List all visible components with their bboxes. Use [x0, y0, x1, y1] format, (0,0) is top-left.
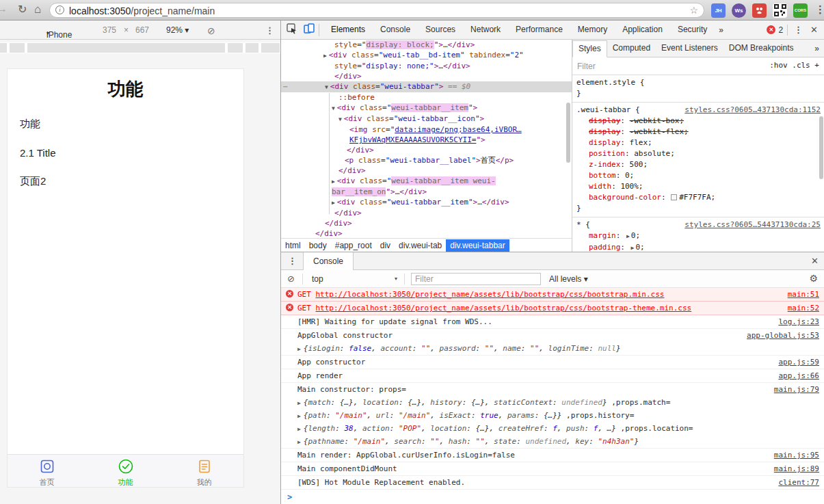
css-property[interactable]: width: 100%; — [576, 181, 821, 192]
context-select[interactable]: top — [312, 274, 323, 284]
tabbar-item-功能[interactable]: 功能 — [86, 455, 165, 487]
expand-caret-icon[interactable]: ▶ — [297, 413, 301, 419]
object-preview[interactable]: ▶{path: "/main", url: "/main", isExact: … — [281, 409, 824, 422]
page-link[interactable]: 功能 — [20, 118, 243, 131]
css-property[interactable]: bottom: 0; — [576, 170, 821, 181]
css-property[interactable]: margin: ▶0; — [576, 230, 821, 242]
device-width-field[interactable]: 375 — [103, 25, 116, 35]
device-height-field[interactable]: 667 — [135, 25, 149, 35]
elements-tree-row[interactable]: </div> — [281, 71, 572, 81]
resource-link[interactable]: data:image/png;base64,iVBOR… — [395, 125, 521, 134]
elements-tree-row[interactable]: ▶<div class="weui-tabbar__item">…</div> — [281, 197, 572, 208]
css-property[interactable]: z-index: 500; — [576, 159, 821, 170]
elements-tree-row[interactable]: <p class="weui-tabbar__label">首页</p> — [281, 155, 572, 165]
source-location-link[interactable]: log.js:23 — [778, 317, 819, 327]
css-property[interactable]: position: absolute; — [576, 148, 821, 159]
css-property[interactable]: padding: ▶0; — [576, 242, 821, 252]
url-text[interactable]: localhost:3050/project_name/main — [69, 5, 215, 16]
breadcrumb-item[interactable]: div.weui-tab — [395, 239, 446, 252]
tabbar-item-我的[interactable]: 我的 — [165, 455, 243, 487]
css-property[interactable]: display: -webkit-box; — [576, 116, 821, 127]
qr-extension-icon[interactable] — [773, 3, 787, 18]
object-preview[interactable]: ▶{length: 38, action: "POP", location: {… — [281, 422, 824, 435]
breadcrumb-item[interactable]: html — [281, 239, 305, 252]
expand-arrow-icon[interactable]: ▶ — [631, 245, 635, 251]
forward-icon[interactable]: → — [0, 3, 8, 15]
elements-tree-row[interactable]: style="display: none;">…</div> — [281, 61, 572, 71]
console-message[interactable]: App renderapp.js:66 — [281, 369, 824, 383]
console-url-link[interactable]: http://localhost:3050/project_name/asset… — [316, 304, 692, 313]
css-rule[interactable]: styles.css?0605…437130cda:1152.weui-tabb… — [572, 103, 824, 217]
paw-extension-icon[interactable] — [752, 3, 767, 18]
css-property[interactable]: background-color: #F7F7FA; — [576, 192, 821, 203]
tab-network[interactable]: Network — [463, 21, 508, 39]
more-tabs-icon[interactable]: » — [715, 25, 728, 35]
source-location-link[interactable]: main.js:89 — [774, 464, 819, 474]
console-settings-gear-icon[interactable]: ⚙ — [809, 273, 818, 284]
stylesheet-link[interactable]: styles.css?0605…54437130cda:25 — [685, 220, 821, 230]
elements-tree-row[interactable]: </div> — [281, 218, 572, 228]
browser-menu-icon[interactable]: ⋮ — [815, 3, 824, 16]
toggle-device-toolbar-icon[interactable] — [304, 23, 315, 36]
console-prompt[interactable]: > — [281, 490, 824, 504]
object-preview[interactable]: ▶{isLogin: false, account: "", password:… — [281, 342, 824, 355]
styles-filter-input[interactable]: Filter — [577, 62, 596, 71]
breadcrumb-item[interactable]: div.weui-tabbar — [446, 239, 509, 252]
breadcrumb-item[interactable]: div — [376, 239, 395, 252]
console-message[interactable]: ✕GET http://localhost:3050/project_name/… — [281, 288, 824, 302]
jh-extension-icon[interactable]: JH — [711, 3, 726, 18]
elements-tree-row[interactable]: </div> — [281, 208, 572, 218]
address-bar[interactable]: i localhost:3050/project_name/main ☆ — [49, 3, 704, 18]
console-message[interactable]: App constructorapp.js:59 — [281, 356, 824, 369]
zoom-select[interactable]: 92% ▾ — [166, 25, 189, 35]
cors-extension-icon[interactable]: CORS — [793, 3, 808, 18]
reload-icon[interactable]: ↻ — [18, 3, 27, 16]
source-location-link[interactable]: app.js:66 — [778, 371, 819, 381]
css-rule[interactable]: element.style {} — [572, 75, 824, 103]
css-property[interactable]: display: -webkit-flex; — [576, 127, 821, 137]
source-location-link[interactable]: client:77 — [778, 477, 819, 488]
styles-scrollbar[interactable] — [819, 116, 823, 179]
tab-application[interactable]: Application — [615, 21, 670, 39]
drawer-menu-icon[interactable]: ⋮ — [288, 256, 297, 266]
home-icon[interactable]: ⌂ — [34, 3, 41, 16]
tab-elements[interactable]: Elements — [323, 21, 373, 39]
tab-sources[interactable]: Sources — [418, 21, 463, 39]
console-filter-input[interactable] — [411, 273, 541, 285]
log-levels-select[interactable]: All levels ▾ — [549, 274, 588, 284]
tab-console[interactable]: Console — [373, 21, 418, 39]
sidebar-tab-event-listeners[interactable]: Event Listeners — [656, 40, 723, 57]
elements-tree-row[interactable]: KFjbvWAqMXEAAAAASUVORK5CYII="> — [281, 135, 572, 145]
expand-caret-icon[interactable]: ▶ — [297, 426, 301, 432]
elements-tree-row[interactable]: ▶<div class="weui-tabbar__item weui- — [281, 176, 572, 187]
source-location-link[interactable]: app-global.js:53 — [747, 330, 819, 341]
elements-tree-row[interactable]: </div> — [281, 165, 572, 176]
rotate-icon[interactable]: ⊘ — [207, 25, 215, 36]
elements-tree-row[interactable]: ▼<div class="weui-tabbar__icon"> — [281, 114, 572, 124]
error-badge-icon[interactable]: ✕ — [767, 25, 775, 34]
css-rule[interactable]: styles.css?0605…54437130cda:25* {margin:… — [572, 217, 824, 252]
console-message[interactable]: Main render: AppGlobal.curUserInfo.isLog… — [281, 449, 824, 462]
breadcrumb-item[interactable]: #app_root — [331, 239, 376, 252]
devtools-menu-icon[interactable]: ⋮ — [788, 25, 809, 35]
tabbar-item-首页[interactable]: 首页 — [8, 455, 86, 487]
elements-tree-row[interactable]: ::before — [281, 92, 572, 103]
page-link[interactable]: 2.1 Title — [20, 147, 243, 159]
expand-arrow-icon[interactable]: ▶ — [626, 233, 630, 239]
elements-tree-row[interactable]: ⋯▼<div class="weui-tabbar"> == $0 — [281, 81, 572, 92]
styles-toggles[interactable]: :hov .cls + — [769, 61, 819, 70]
source-location-link[interactable]: app.js:59 — [778, 357, 819, 367]
console-message[interactable]: AppGlobal constructorapp-global.js:53▶{i… — [281, 329, 824, 356]
console-message[interactable]: ✕GET http://localhost:3050/project_name/… — [281, 302, 824, 315]
sidebar-tab-styles[interactable]: Styles — [572, 40, 607, 57]
page-link[interactable]: 页面2 — [20, 175, 243, 188]
object-preview[interactable]: ▶{pathname: "/main", search: "", hash: "… — [281, 435, 824, 448]
console-close-icon[interactable]: ✕ — [811, 256, 819, 266]
expand-caret-icon[interactable]: ▶ — [297, 439, 301, 445]
console-message[interactable]: Main constructor: props=main.js:79▶{matc… — [281, 383, 824, 449]
elements-tree-row[interactable]: </div> — [281, 145, 572, 155]
stylesheet-link[interactable]: styles.css?0605…437130cda:1152 — [685, 105, 821, 116]
source-location-link[interactable]: main:52 — [788, 303, 819, 313]
elements-tree-row[interactable]: ▼<div class="weui-tabbar__item"> — [281, 103, 572, 114]
color-swatch[interactable] — [671, 194, 677, 200]
